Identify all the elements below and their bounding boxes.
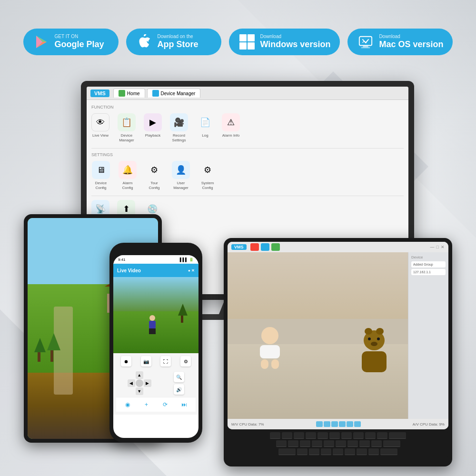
vms-tab-device-manager[interactable]: Device Manager xyxy=(147,89,201,98)
key-q[interactable] xyxy=(270,432,280,439)
key-w[interactable] xyxy=(282,432,292,439)
phone-bottom-cam[interactable]: ◉ xyxy=(120,399,135,410)
phone-status-bar: 9:41 ▌▌▌ 🔋 xyxy=(113,255,198,264)
vms-icon-tour-config[interactable]: ⚙ Tour Config xyxy=(145,161,164,190)
key-n[interactable] xyxy=(357,448,367,455)
home-tab-icon xyxy=(119,90,125,97)
tree-top-2 xyxy=(47,333,60,350)
key-l[interactable] xyxy=(371,440,382,447)
phone-audio-btn[interactable]: 🔊 xyxy=(174,384,184,395)
key-g[interactable] xyxy=(324,440,334,447)
vms-icon-playback[interactable]: ▶ Playback xyxy=(144,113,162,142)
windows-icon xyxy=(238,33,256,50)
keyboard-row-3 xyxy=(230,448,446,455)
vms-tab-home[interactable]: Home xyxy=(113,89,145,98)
teddy-bear xyxy=(362,330,387,372)
key-r[interactable] xyxy=(306,432,316,439)
vms-tablet-sidebar: Device Added Group 127.162.1.1 xyxy=(408,252,448,419)
tablet-tab-green[interactable] xyxy=(271,243,280,251)
phone-record-btn[interactable]: ⏺ xyxy=(121,356,131,367)
key-y[interactable] xyxy=(329,432,340,439)
key-t[interactable] xyxy=(317,432,328,439)
toolbar-btn-1[interactable] xyxy=(316,421,323,427)
dpad-up[interactable]: ▲ xyxy=(136,371,143,379)
toolbar-btn-3[interactable] xyxy=(331,421,338,427)
phone-bottom-replay[interactable]: ⟳ xyxy=(158,399,172,410)
key-d[interactable] xyxy=(300,440,310,447)
key-s[interactable] xyxy=(288,440,298,447)
tablet-tab-red[interactable] xyxy=(250,243,259,251)
key-h[interactable] xyxy=(336,440,346,447)
phone-snapshot-btn[interactable]: 📷 xyxy=(141,356,151,367)
key-m[interactable] xyxy=(368,448,379,455)
vms-sidebar-item-1[interactable]: Added Group xyxy=(411,261,446,268)
download-buttons-bar: GET IT ON Google Play Download on the Ap… xyxy=(0,29,476,55)
app-store-button[interactable]: Download on the App Store xyxy=(126,29,221,55)
vms-function-icons: 👁 Live View 📋 Device Manager ▶ Playback xyxy=(91,113,404,142)
phone-bottom-add[interactable]: + xyxy=(139,399,154,410)
toolbar-btn-5[interactable] xyxy=(347,421,353,427)
bg-tree xyxy=(178,304,186,323)
mac-button[interactable]: Download Mac OS version xyxy=(347,29,453,55)
key-u[interactable] xyxy=(341,432,352,439)
vms-tablet-close[interactable]: ✕ xyxy=(441,245,445,249)
tablet-tab-blue[interactable] xyxy=(261,243,269,251)
vms-icon-system-config[interactable]: ⚙ System Config xyxy=(198,161,217,190)
key-shift-right[interactable] xyxy=(380,448,397,455)
key-k[interactable] xyxy=(359,440,370,447)
smartphone: 9:41 ▌▌▌ 🔋 Live Video ● ✕ xyxy=(109,243,202,443)
dpad-right[interactable]: ▶ xyxy=(144,379,151,387)
key-x[interactable] xyxy=(309,448,319,455)
key-c[interactable] xyxy=(321,448,331,455)
vms-icon-device-config[interactable]: 🖥 Device Config xyxy=(91,161,110,190)
vms-sidebar-item-2[interactable]: 127.162.1.1 xyxy=(411,269,446,275)
vms-icon-device-manager[interactable]: 📋 Device Manager xyxy=(117,113,136,142)
key-e[interactable] xyxy=(294,432,304,439)
playback-icon-box: ▶ xyxy=(144,113,162,131)
dpad-left[interactable]: ◀ xyxy=(128,379,135,387)
toolbar-btn-2[interactable] xyxy=(324,421,330,427)
key-v[interactable] xyxy=(333,448,343,455)
phone-zoom-btn[interactable]: 🔍 xyxy=(174,372,184,382)
toolbar-btn-6[interactable] xyxy=(354,421,361,427)
key-o[interactable] xyxy=(365,432,376,439)
keyboard-row-1 xyxy=(230,432,446,439)
key-j[interactable] xyxy=(347,440,358,447)
baby-legs xyxy=(260,359,280,369)
key-enter[interactable] xyxy=(383,440,400,447)
vms-icon-liveview[interactable]: 👁 Live View xyxy=(91,113,109,142)
vms-icon-alarm-info[interactable]: ⚠ Alarm Info xyxy=(222,113,240,142)
windows-text: Download Windows version xyxy=(260,34,331,50)
phone-bottom-next[interactable]: ⏭ xyxy=(177,399,191,410)
key-shift[interactable] xyxy=(278,448,296,455)
key-i[interactable] xyxy=(353,432,364,439)
key-b[interactable] xyxy=(345,448,355,455)
vms-icon-alarm-config[interactable]: 🔔 Alarm Config xyxy=(118,161,137,190)
toolbar-btn-4[interactable] xyxy=(339,421,346,427)
vms-tablet-main: Device Added Group 127.162.1.1 xyxy=(228,252,448,419)
phone-fullscreen-btn[interactable]: ⛶ xyxy=(160,356,171,367)
dpad-down[interactable]: ▼ xyxy=(136,387,143,395)
vms-icon-log[interactable]: 📄 Log xyxy=(196,113,214,142)
phone-dpad: ▲ ▼ ◀ ▶ xyxy=(128,371,151,395)
player-body xyxy=(149,321,156,328)
vms-section-function: FUNCTION xyxy=(91,105,404,109)
phone-settings-btn[interactable]: ⚙ xyxy=(180,356,191,367)
key-backspace[interactable] xyxy=(389,432,406,439)
key-z[interactable] xyxy=(297,448,307,455)
vms-icon-record-settings[interactable]: 🎥 Record Settings xyxy=(169,113,188,142)
google-play-button[interactable]: GET IT ON Google Play xyxy=(23,29,119,55)
phone-header-label: Live Video xyxy=(117,268,141,273)
key-f[interactable] xyxy=(312,440,322,447)
dpad-center[interactable] xyxy=(136,379,143,387)
tablet-right: VMS — □ ✕ xyxy=(224,238,452,466)
log-icon-box: 📄 xyxy=(196,113,214,131)
key-p[interactable] xyxy=(377,432,387,439)
google-play-icon xyxy=(33,33,50,50)
bg-tree-trunk xyxy=(181,316,183,323)
vms-icon-user-manager[interactable]: 👤 User Manager xyxy=(171,161,190,190)
vms-tablet-minimize[interactable]: — xyxy=(430,245,435,249)
key-a[interactable] xyxy=(276,440,287,447)
windows-button[interactable]: Download Windows version xyxy=(229,29,340,55)
vms-tablet-maximize[interactable]: □ xyxy=(436,245,439,249)
